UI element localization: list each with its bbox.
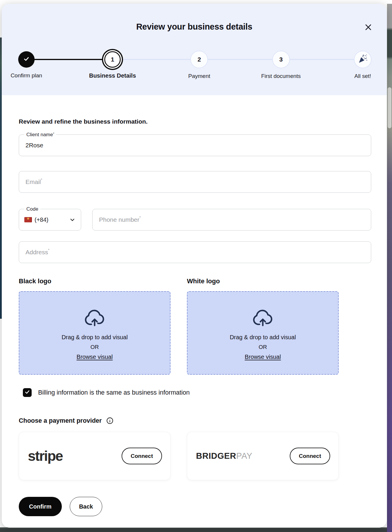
step-number: 2 — [197, 56, 201, 63]
confirm-button[interactable]: Confirm — [19, 497, 62, 516]
check-icon — [24, 389, 30, 396]
modal-body: Review and refine the business informati… — [2, 118, 387, 516]
phone-number-field[interactable]: Phone number* — [92, 209, 371, 231]
stripe-logo: stripe — [28, 448, 63, 464]
logo-labels-row: Black logo White logo — [19, 277, 371, 285]
step-label: Business Details — [89, 72, 136, 79]
party-popper-icon — [357, 54, 368, 65]
phone-placeholder: Phone number* — [99, 216, 141, 223]
payment-heading: Choose a payment provider — [19, 417, 102, 424]
address-placeholder: Address* — [25, 249, 50, 256]
white-logo-dropzone[interactable]: Drag & drop to add visual OR Browse visu… — [187, 291, 339, 375]
client-name-value: 2Rose — [25, 142, 43, 149]
logo-upload-row: Drag & drop to add visual OR Browse visu… — [19, 291, 371, 375]
client-name-label: Client name* — [24, 132, 56, 137]
step-label: Payment — [188, 73, 210, 79]
browse-visual-link[interactable]: Browse visual — [76, 354, 113, 360]
page-scrollbar-thumb[interactable] — [388, 87, 391, 128]
step-circle — [354, 51, 371, 68]
step-number: 3 — [279, 56, 283, 63]
bridgerpay-logo: BRIDGERPAY — [196, 451, 252, 461]
email-field[interactable]: Email* — [19, 171, 371, 193]
vietnam-flag-icon: ★ — [24, 217, 32, 222]
bridgerpay-connect-button[interactable]: Connect — [290, 448, 330, 464]
or-text: OR — [259, 344, 267, 350]
bridgerpay-provider-card: BRIDGERPAY Connect — [187, 432, 339, 480]
browse-visual-link[interactable]: Browse visual — [245, 354, 281, 360]
info-icon[interactable] — [106, 417, 114, 424]
billing-checkbox-label[interactable]: Billing information is the same as busin… — [38, 389, 190, 396]
step-label: First documents — [261, 73, 301, 79]
step-label: All set! — [354, 73, 371, 79]
black-logo-dropzone[interactable]: Drag & drop to add visual OR Browse visu… — [19, 291, 171, 375]
background-page-sliver-bottom — [0, 527, 387, 532]
background-page-sliver-right — [387, 4, 392, 532]
section-heading: Review and refine the business informati… — [19, 118, 371, 125]
black-logo-label: Black logo — [19, 277, 171, 285]
provider-row: stripe Connect BRIDGERPAY Connect — [19, 432, 371, 480]
stepper-line-upcoming — [113, 59, 363, 60]
modal-header: Review your business details Confirm pla… — [2, 4, 387, 95]
step-circle: 2 — [190, 51, 208, 68]
or-text: OR — [91, 344, 99, 350]
payment-heading-row: Choose a payment provider — [19, 417, 371, 424]
phone-row: Code ★ (+84) Phone number* — [19, 209, 371, 231]
step-business-details[interactable]: 1 Business Details — [89, 4, 136, 79]
stripe-connect-button[interactable]: Connect — [122, 448, 162, 464]
step-active-circle: 1 — [104, 51, 121, 68]
client-name-field[interactable]: Client name* 2Rose — [19, 134, 371, 156]
email-placeholder: Email* — [25, 178, 42, 185]
step-circle: 3 — [272, 51, 290, 68]
drag-drop-text: Drag & drop to add visual — [230, 334, 296, 341]
country-code-select[interactable]: Code ★ (+84) — [19, 209, 81, 231]
check-icon — [23, 55, 30, 64]
cloud-upload-icon — [83, 292, 106, 330]
step-all-set[interactable]: All set! — [354, 4, 371, 79]
step-number: 1 — [111, 56, 114, 63]
cloud-upload-icon — [251, 292, 274, 330]
chevron-down-icon — [69, 216, 76, 223]
drag-drop-text: Drag & drop to add visual — [62, 334, 128, 341]
address-field[interactable]: Address* — [19, 241, 371, 263]
step-confirm-plan[interactable]: Confirm plan — [11, 4, 42, 79]
white-logo-label: White logo — [187, 277, 339, 285]
step-payment[interactable]: 2 Payment — [188, 4, 210, 79]
step-label: Confirm plan — [11, 72, 42, 79]
country-code-label: Code — [24, 206, 40, 212]
stripe-provider-card: stripe Connect — [19, 432, 171, 480]
step-first-documents[interactable]: 3 First documents — [261, 4, 301, 79]
billing-row: Billing information is the same as busin… — [19, 388, 371, 397]
footer-actions: Confirm Back — [19, 497, 371, 516]
business-details-modal: Review your business details Confirm pla… — [2, 4, 387, 528]
country-code-value: (+84) — [35, 216, 48, 223]
billing-checkbox[interactable] — [23, 388, 32, 397]
step-completed-circle — [18, 51, 35, 68]
back-button[interactable]: Back — [70, 497, 103, 516]
